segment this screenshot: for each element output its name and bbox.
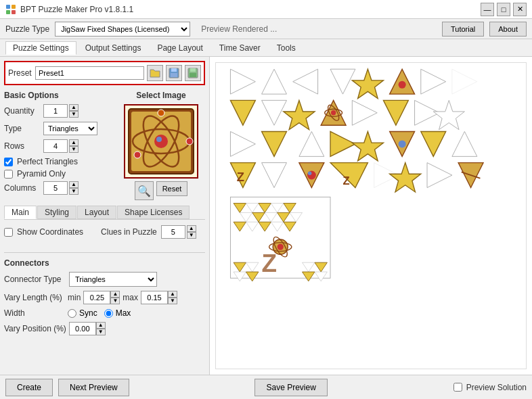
svg-marker-42 bbox=[299, 131, 324, 156]
maximize-button[interactable]: □ bbox=[497, 3, 510, 16]
min-input[interactable] bbox=[83, 291, 110, 304]
columns-input[interactable] bbox=[43, 181, 68, 195]
tab-time-saver[interactable]: Time Saver bbox=[212, 41, 268, 55]
vary-position-input[interactable] bbox=[69, 322, 96, 335]
svg-marker-51 bbox=[262, 163, 287, 188]
quantity-up[interactable]: ▲ bbox=[69, 104, 79, 111]
rows-up[interactable]: ▲ bbox=[69, 139, 79, 146]
svg-marker-27 bbox=[421, 69, 446, 94]
clues-input[interactable] bbox=[161, 225, 185, 239]
svg-rect-2 bbox=[6, 10, 10, 14]
svg-rect-8 bbox=[190, 68, 196, 72]
pyramid-only-checkbox[interactable] bbox=[4, 170, 13, 179]
tab-tools[interactable]: Tools bbox=[269, 41, 303, 55]
vary-length-label: Vary Length (%) bbox=[4, 293, 65, 302]
tab-puzzle-settings[interactable]: Puzzle Settings bbox=[5, 41, 76, 55]
max-label: max bbox=[123, 293, 138, 302]
reset-image-button[interactable]: Reset bbox=[156, 181, 188, 196]
preset-label: Preset bbox=[8, 68, 32, 78]
connectors-section: Connectors Connector Type Triangles Roun… bbox=[4, 258, 205, 335]
connector-type-row: Connector Type Triangles Round Flat bbox=[4, 272, 205, 287]
preset-open-button[interactable] bbox=[147, 65, 163, 81]
perfect-triangles-label: Perfect Triangles bbox=[17, 157, 78, 166]
left-panel: Preset Basic Options Quantity ▲ bbox=[0, 57, 210, 375]
svg-marker-30 bbox=[262, 100, 287, 125]
svg-point-19 bbox=[134, 151, 141, 158]
svg-marker-58 bbox=[390, 163, 421, 192]
width-row: Width Sync Max bbox=[4, 308, 205, 318]
sync-radio[interactable] bbox=[68, 309, 76, 318]
clues-spinner: ▲ ▼ bbox=[187, 225, 196, 239]
svg-rect-5 bbox=[171, 68, 177, 72]
clues-down[interactable]: ▼ bbox=[187, 232, 196, 239]
basic-options-area: Basic Options Quantity ▲ ▼ Type Triangle… bbox=[4, 91, 205, 200]
rows-row: Rows ▲ ▼ bbox=[4, 139, 112, 153]
tutorial-button[interactable]: Tutorial bbox=[442, 22, 484, 37]
puzzle-type-select[interactable]: JigSaw Fixed Shapes (Licensed) bbox=[55, 22, 190, 37]
sub-tabs: Main Styling Layout Shape Licenses bbox=[4, 206, 205, 220]
image-controls: 🔍 Reset bbox=[135, 181, 188, 200]
width-label: Width bbox=[4, 308, 65, 318]
zoom-button[interactable]: 🔍 bbox=[135, 181, 154, 200]
max-down[interactable]: ▼ bbox=[168, 298, 177, 304]
min-label: min bbox=[68, 293, 81, 302]
svg-point-54 bbox=[308, 172, 312, 176]
max-radio-label[interactable]: Max bbox=[104, 308, 131, 318]
sub-tab-shape-licenses[interactable]: Shape Licenses bbox=[117, 206, 190, 219]
create-button[interactable]: Create bbox=[5, 379, 53, 396]
svg-marker-59 bbox=[427, 163, 452, 188]
vary-pos-down[interactable]: ▼ bbox=[96, 329, 106, 335]
quantity-input[interactable] bbox=[43, 104, 68, 118]
max-input[interactable] bbox=[141, 291, 168, 304]
svg-marker-36 bbox=[352, 100, 377, 125]
quantity-label: Quantity bbox=[4, 106, 39, 116]
preset-saveas-button[interactable] bbox=[185, 65, 201, 81]
clues-up[interactable]: ▲ bbox=[187, 225, 196, 232]
svg-marker-43 bbox=[330, 131, 355, 156]
svg-text:Z: Z bbox=[262, 250, 278, 277]
sub-tab-main[interactable]: Main bbox=[4, 206, 37, 219]
columns-down[interactable]: ▼ bbox=[69, 188, 79, 195]
min-up[interactable]: ▲ bbox=[110, 291, 120, 298]
svg-point-46 bbox=[399, 140, 406, 147]
show-coordinates-checkbox[interactable] bbox=[4, 228, 13, 237]
preset-save-button[interactable] bbox=[166, 65, 182, 81]
svg-point-26 bbox=[399, 81, 406, 89]
connector-type-select[interactable]: Triangles Round Flat bbox=[69, 272, 157, 287]
max-up[interactable]: ▲ bbox=[168, 291, 177, 298]
svg-point-17 bbox=[186, 138, 193, 145]
perfect-triangles-checkbox[interactable] bbox=[4, 158, 13, 166]
rows-spinner: ▲ ▼ bbox=[69, 139, 79, 153]
window-controls: — □ ✕ bbox=[481, 3, 527, 16]
type-select[interactable]: Triangles bbox=[43, 122, 97, 135]
close-button[interactable]: ✕ bbox=[513, 3, 527, 16]
columns-up[interactable]: ▲ bbox=[69, 181, 79, 188]
rows-down[interactable]: ▼ bbox=[69, 146, 79, 153]
vary-pos-up[interactable]: ▲ bbox=[96, 322, 106, 329]
min-down[interactable]: ▼ bbox=[110, 298, 120, 304]
svg-marker-21 bbox=[262, 69, 287, 94]
max-spinner: ▲ ▼ bbox=[168, 291, 177, 304]
sub-tab-styling[interactable]: Styling bbox=[37, 206, 76, 219]
sync-radio-label[interactable]: Sync bbox=[68, 308, 97, 318]
menu-bar: Puzzle Type JigSaw Fixed Shapes (License… bbox=[0, 19, 532, 39]
svg-point-18 bbox=[158, 110, 164, 116]
preset-input[interactable] bbox=[35, 66, 144, 80]
max-radio[interactable] bbox=[104, 309, 113, 318]
about-button[interactable]: About bbox=[489, 22, 527, 37]
tab-output-settings[interactable]: Output Settings bbox=[78, 41, 149, 55]
quantity-down[interactable]: ▼ bbox=[69, 111, 79, 118]
minimize-button[interactable]: — bbox=[481, 3, 494, 16]
sub-tab-layout[interactable]: Layout bbox=[77, 206, 116, 219]
preview-solution-checkbox[interactable] bbox=[453, 383, 462, 392]
svg-marker-24 bbox=[352, 69, 383, 98]
svg-marker-20 bbox=[230, 69, 255, 94]
svg-marker-23 bbox=[330, 69, 355, 94]
puzzle-type-label: Puzzle Type bbox=[5, 24, 49, 34]
save-preview-button[interactable]: Save Preview bbox=[254, 379, 327, 396]
tab-page-layout[interactable]: Page Layout bbox=[150, 41, 210, 55]
rows-input[interactable] bbox=[43, 139, 68, 153]
svg-text:Z: Z bbox=[237, 170, 244, 184]
next-preview-button[interactable]: Next Preview bbox=[58, 379, 129, 396]
puzzle-preview: Z Z bbox=[215, 62, 527, 369]
